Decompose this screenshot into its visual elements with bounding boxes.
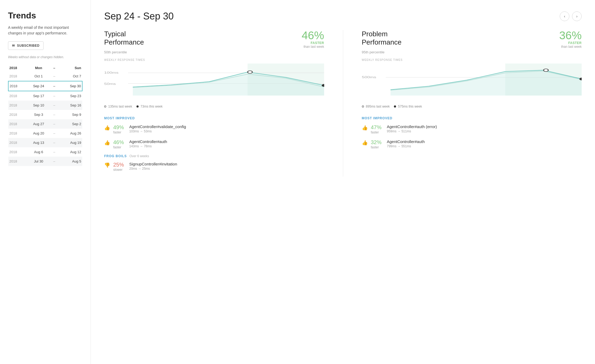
week-dash: – [50,110,58,119]
typical-legend-this: 73ms this week [136,105,163,108]
week-mon: Sep 10 [27,101,50,110]
improved-label: slower [113,168,126,172]
improved-item: 👍 32% faster AgentController#auth 799ms … [362,139,582,149]
frog-items: 👎 25% slower SignupController#invitation… [104,162,324,172]
typical-pct: 46% [302,29,324,42]
typical-chart: 100ms 50ms [104,64,324,101]
svg-marker-11 [390,70,582,96]
typical-title: Typical Performance [104,30,144,46]
problem-items: 👍 47% faster AgentController#auth (error… [362,124,582,149]
week-mon: Oct 1 [27,72,50,81]
typical-dot-this [136,105,139,108]
improved-label: faster [371,145,384,149]
improved-name: AgentController#auth [129,139,324,144]
problem-most-improved-title: MOST IMPROVED [362,116,582,120]
problem-chart: 500ms [362,64,582,101]
improved-times: 799ms → 551ms [387,144,582,148]
week-mon: Sep 3 [27,110,50,119]
improved-item: 👍 47% faster AgentController#auth (error… [362,124,582,134]
main-header: Sep 24 - Sep 30 ‹ › [104,11,582,22]
improved-name: AgentController#validate_config [129,124,324,129]
improved-pct: 25% [113,162,126,168]
week-dash: – [50,101,58,110]
week-row[interactable]: 2018 Sep 3 – Sep 9 [8,110,82,119]
improved-label: faster [371,130,384,134]
week-dash: – [50,157,58,166]
thumb-up-icon: 👍 [104,140,110,146]
week-year: 2018 [8,91,27,101]
week-row[interactable]: 2018 Sep 24 – Sep 30 [8,81,82,91]
next-button[interactable]: › [572,11,582,21]
svg-text:100ms: 100ms [104,71,119,74]
col-sun: Sun [58,64,82,72]
date-range-title: Sep 24 - Sep 30 [104,11,174,22]
week-dash: – [50,91,58,101]
week-mon: Aug 20 [27,129,50,138]
improved-times: 20ms → 25ms [129,167,324,171]
problem-than: than last week [559,45,582,49]
improved-info: AgentController#auth 799ms → 551ms [387,139,582,148]
improved-times: 143ms → 78ms [129,144,324,148]
frog-boils-title: FROG BOILS [104,154,127,158]
week-year: 2018 [8,129,27,138]
improved-pct-block: 47% faster [371,124,384,134]
week-year: 2018 [8,157,27,166]
problem-legend-last: 895ms last week [362,105,390,108]
problem-header: Problem Performance 36% FASTER than last… [362,30,582,49]
week-dash: – [50,147,58,157]
email-icon: ✉ [12,44,15,48]
week-row[interactable]: 2018 Oct 1 – Oct 7 [8,72,82,81]
col-mon: Mon [27,64,50,72]
typical-most-improved-title: MOST IMPROVED [104,116,324,120]
week-row[interactable]: 2018 Sep 17 – Sep 23 [8,91,82,101]
improved-info: AgentController#auth 143ms → 78ms [129,139,324,148]
typical-chart-svg: 100ms 50ms [104,64,324,96]
week-mon: Jul 30 [27,157,50,166]
week-dash: – [50,81,58,91]
week-dash: – [50,129,58,138]
vertical-divider [343,30,343,177]
week-sun: Aug 12 [58,147,82,157]
problem-faster-label: FASTER [559,41,582,45]
week-row[interactable]: 2018 Jul 30 – Aug 5 [8,157,82,166]
thumb-down-icon: 👎 [104,162,110,168]
weeks-note: Weeks without data or changes hidden. [8,55,83,59]
improved-label: faster [113,130,126,134]
week-mon: Sep 24 [27,81,50,91]
week-year: 2018 [8,119,27,129]
typical-than: than last week [302,45,324,49]
problem-chart-label: WEEKLY RESPONSE TIMES [362,58,582,61]
metrics-row: Typical Performance 46% FASTER than last… [104,30,582,177]
svg-point-12 [543,69,548,72]
week-row[interactable]: 2018 Aug 20 – Aug 26 [8,129,82,138]
week-sun: Aug 26 [58,129,82,138]
week-row[interactable]: 2018 Sep 10 – Sep 16 [8,101,82,110]
week-row[interactable]: 2018 Aug 27 – Sep 2 [8,119,82,129]
week-sun: Sep 30 [58,81,82,91]
week-mon: Aug 27 [27,119,50,129]
week-row[interactable]: 2018 Aug 13 – Aug 19 [8,138,82,147]
typical-items: 👍 49% faster AgentController#validate_co… [104,124,324,149]
svg-text:500ms: 500ms [362,76,376,79]
problem-chart-svg: 500ms [362,64,582,96]
typical-legend: 135ms last week 73ms this week [104,105,324,108]
improved-name: AgentController#auth (error) [387,124,582,129]
subscribe-button[interactable]: ✉ SUBSCRIBED [8,41,44,50]
col-dash: – [50,64,58,72]
improved-times: 103ms → 53ms [129,129,324,133]
problem-legend: 895ms last week 575ms this week [362,105,582,108]
svg-point-6 [248,71,252,73]
week-row[interactable]: 2018 Aug 6 – Aug 12 [8,147,82,157]
week-mon: Aug 13 [27,138,50,147]
improved-label: faster [113,145,126,149]
typical-faster-block: 46% FASTER than last week [302,30,324,49]
sidebar-title: Trends [8,11,83,21]
problem-dot-this [394,105,396,108]
typical-dot-last [104,105,106,108]
prev-button[interactable]: ‹ [560,11,569,21]
thumb-up-icon: 👍 [362,140,368,146]
improved-pct-block: 32% faster [371,139,384,149]
week-sun: Sep 16 [58,101,82,110]
typical-faster-label: FASTER [302,41,324,45]
typical-legend-last: 135ms last week [104,105,132,108]
